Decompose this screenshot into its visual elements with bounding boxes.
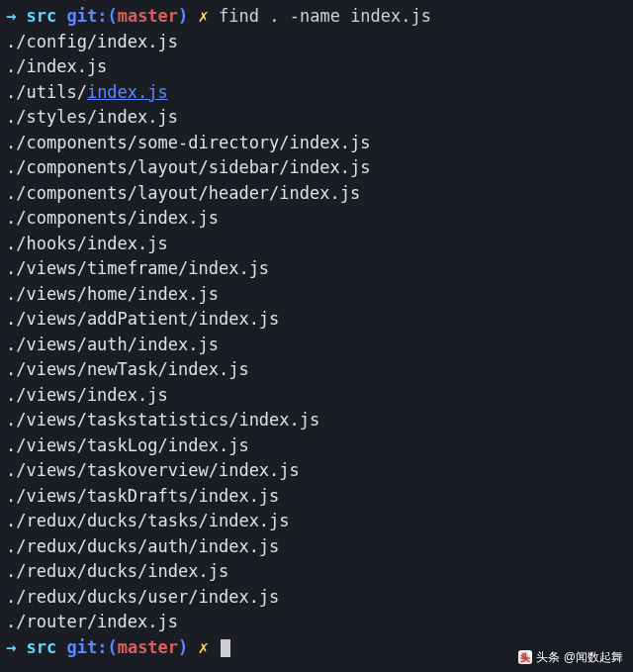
output-line: ./redux/ducks/user/index.js xyxy=(6,585,627,611)
output-line: ./components/layout/sidebar/index.js xyxy=(6,155,627,181)
terminal-window[interactable]: → src git:(master) ✗ find . -name index.… xyxy=(6,4,627,660)
output-line: ./utils/index.js xyxy=(6,80,627,106)
cursor xyxy=(221,639,230,657)
prompt-arrow-icon: → xyxy=(6,6,16,26)
git-label: git:( xyxy=(66,6,117,26)
output-text: ./utils/ xyxy=(6,82,87,102)
prompt-cwd: src xyxy=(27,637,57,657)
git-label: git:( xyxy=(66,637,117,657)
git-close: ) xyxy=(178,637,188,657)
output-line: ./views/timeframe/index.js xyxy=(6,256,627,282)
output-line: ./views/auth/index.js xyxy=(6,333,627,358)
output-line: ./index.js xyxy=(6,54,627,80)
output-line: ./views/addPatient/index.js xyxy=(6,307,627,333)
output-line: ./components/some-directory/index.js xyxy=(6,131,627,156)
output-line: ./views/index.js xyxy=(6,383,627,409)
output-line: ./redux/ducks/index.js xyxy=(6,559,627,585)
output-line: ./redux/ducks/auth/index.js xyxy=(6,534,627,560)
command-output: ./config/index.js./index.js./utils/index… xyxy=(6,30,627,635)
prompt-arrow-icon: → xyxy=(6,637,16,657)
output-line: ./config/index.js xyxy=(6,30,627,55)
output-line: ./views/taskoverview/index.js xyxy=(6,458,627,484)
output-line: ./router/index.js xyxy=(6,610,627,635)
file-link[interactable]: index.js xyxy=(87,82,168,102)
watermark-text: 头条 @闻数起舞 xyxy=(536,648,623,666)
output-line: ./styles/index.js xyxy=(6,105,627,131)
output-line: ./components/index.js xyxy=(6,206,627,232)
command-text: find . -name index.js xyxy=(219,6,431,26)
output-line: ./components/layout/header/index.js xyxy=(6,181,627,207)
git-branch: master xyxy=(118,6,178,26)
output-line: ./views/home/index.js xyxy=(6,282,627,308)
output-line: ./views/taskLog/index.js xyxy=(6,433,627,459)
prompt-cwd: src xyxy=(27,6,57,26)
prompt-line-1: → src git:(master) ✗ find . -name index.… xyxy=(6,4,627,30)
output-line: ./views/taskstatistics/index.js xyxy=(6,408,627,433)
dirty-indicator-icon: ✗ xyxy=(199,6,209,26)
watermark-icon: 头 xyxy=(518,650,532,664)
watermark: 头 头条 @闻数起舞 xyxy=(518,648,623,666)
dirty-indicator-icon: ✗ xyxy=(199,637,209,657)
output-line: ./views/taskDrafts/index.js xyxy=(6,484,627,510)
output-line: ./redux/ducks/tasks/index.js xyxy=(6,509,627,534)
output-line: ./views/newTask/index.js xyxy=(6,357,627,383)
output-line: ./hooks/index.js xyxy=(6,232,627,257)
git-close: ) xyxy=(178,6,188,26)
git-branch: master xyxy=(118,637,178,657)
